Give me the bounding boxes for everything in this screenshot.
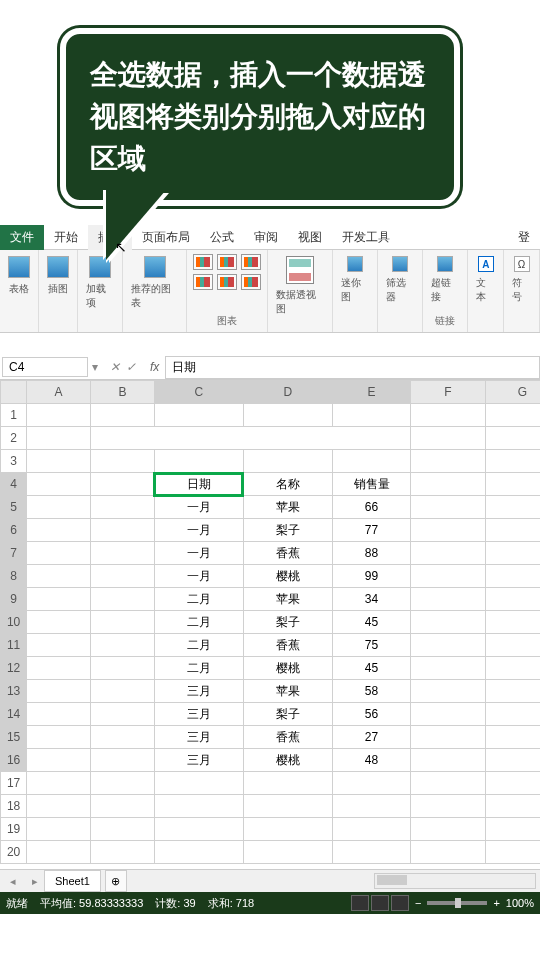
cell[interactable]: 一月 — [154, 519, 243, 542]
cell[interactable]: 销售量 — [332, 473, 411, 496]
cancel-formula-icon[interactable]: ✕ — [110, 360, 120, 374]
row-header[interactable]: 5 — [1, 496, 27, 519]
name-box[interactable]: C4 — [2, 357, 88, 377]
cell[interactable]: 梨子 — [243, 519, 332, 542]
row-header[interactable]: 11 — [1, 634, 27, 657]
cell[interactable]: 一月 — [154, 542, 243, 565]
col-header-b[interactable]: B — [91, 381, 155, 404]
cell[interactable]: 香蕉 — [243, 634, 332, 657]
chart-type-gallery[interactable] — [193, 254, 261, 290]
col-header-g[interactable]: G — [485, 381, 540, 404]
scatter-chart-icon[interactable] — [217, 274, 237, 290]
row-header[interactable]: 10 — [1, 611, 27, 634]
row-header[interactable]: 3 — [1, 450, 27, 473]
row-header[interactable]: 20 — [1, 841, 27, 864]
cell[interactable]: 三月 — [154, 703, 243, 726]
text-button[interactable]: A文本 — [474, 254, 497, 306]
cell[interactable]: 45 — [332, 611, 411, 634]
col-header-f[interactable]: F — [411, 381, 485, 404]
normal-view-icon[interactable] — [351, 895, 369, 911]
cell[interactable]: 樱桃 — [243, 749, 332, 772]
row-header[interactable]: 2 — [1, 427, 27, 450]
fx-icon[interactable]: fx — [144, 360, 165, 374]
tab-home[interactable]: 开始 — [44, 225, 88, 250]
illustrations-button[interactable]: 插图 — [45, 254, 71, 298]
cell[interactable]: 苹果 — [243, 680, 332, 703]
row-header[interactable]: 13 — [1, 680, 27, 703]
cell[interactable]: 三月 — [154, 749, 243, 772]
tab-nav-next-icon[interactable]: ▸ — [26, 875, 44, 888]
col-header-c[interactable]: C — [154, 381, 243, 404]
sheet-tab[interactable]: Sheet1 — [44, 870, 101, 892]
cell[interactable]: 66 — [332, 496, 411, 519]
row-header[interactable]: 8 — [1, 565, 27, 588]
cell[interactable]: 99 — [332, 565, 411, 588]
confirm-formula-icon[interactable]: ✓ — [126, 360, 136, 374]
col-header-d[interactable]: D — [243, 381, 332, 404]
row-header[interactable]: 15 — [1, 726, 27, 749]
row-header[interactable]: 7 — [1, 542, 27, 565]
cell[interactable]: 苹果 — [243, 496, 332, 519]
cell[interactable]: 樱桃 — [243, 657, 332, 680]
row-header[interactable]: 4 — [1, 473, 27, 496]
cell[interactable]: 二月 — [154, 634, 243, 657]
hyperlink-button[interactable]: 超链接 — [429, 254, 461, 306]
cell[interactable]: 34 — [332, 588, 411, 611]
row-header[interactable]: 18 — [1, 795, 27, 818]
cell[interactable]: 樱桃 — [243, 565, 332, 588]
cell[interactable]: 三月 — [154, 726, 243, 749]
cell[interactable]: 香蕉 — [243, 726, 332, 749]
new-sheet-button[interactable]: ⊕ — [105, 870, 127, 892]
cell[interactable]: 三月 — [154, 680, 243, 703]
tab-review[interactable]: 审阅 — [244, 225, 288, 250]
row-header[interactable]: 1 — [1, 404, 27, 427]
tab-view[interactable]: 视图 — [288, 225, 332, 250]
cell[interactable]: 58 — [332, 680, 411, 703]
row-header[interactable]: 14 — [1, 703, 27, 726]
sparklines-button[interactable]: 迷你图 — [339, 254, 371, 306]
tab-nav-prev-icon[interactable]: ◂ — [0, 875, 26, 888]
tables-button[interactable]: 表格 — [6, 254, 32, 298]
cell[interactable]: 88 — [332, 542, 411, 565]
chart-title-cell[interactable]: 会动的图表 — [91, 427, 411, 450]
cell[interactable]: 日期 — [154, 473, 243, 496]
zoom-in-icon[interactable]: + — [493, 897, 499, 909]
col-header-e[interactable]: E — [332, 381, 411, 404]
cell[interactable]: 一月 — [154, 496, 243, 519]
pie-chart-icon[interactable] — [241, 254, 261, 270]
select-all-corner[interactable] — [1, 381, 27, 404]
cell[interactable]: 梨子 — [243, 703, 332, 726]
col-header-a[interactable]: A — [27, 381, 91, 404]
symbol-button[interactable]: Ω符号 — [510, 254, 533, 306]
page-break-view-icon[interactable] — [391, 895, 409, 911]
cell[interactable]: 77 — [332, 519, 411, 542]
cell[interactable]: 48 — [332, 749, 411, 772]
cell[interactable]: 名称 — [243, 473, 332, 496]
worksheet-area[interactable]: A B C D E F G 1 2会动的图表 3 4日期名称销售量 5一月苹果6… — [0, 380, 540, 870]
row-header[interactable]: 12 — [1, 657, 27, 680]
tab-file[interactable]: 文件 — [0, 225, 44, 250]
cell[interactable]: 27 — [332, 726, 411, 749]
cell[interactable]: 56 — [332, 703, 411, 726]
cell[interactable]: 75 — [332, 634, 411, 657]
row-header[interactable]: 17 — [1, 772, 27, 795]
cell[interactable]: 二月 — [154, 657, 243, 680]
row-header[interactable]: 19 — [1, 818, 27, 841]
addins-button[interactable]: 加载项 — [84, 254, 116, 312]
row-header[interactable]: 16 — [1, 749, 27, 772]
slicer-button[interactable]: 筛选器 — [384, 254, 416, 306]
namebox-dropdown-icon[interactable]: ▾ — [88, 360, 102, 374]
row-header[interactable]: 9 — [1, 588, 27, 611]
cell[interactable]: 一月 — [154, 565, 243, 588]
formula-input[interactable]: 日期 — [165, 356, 540, 379]
line-chart-icon[interactable] — [217, 254, 237, 270]
zoom-slider[interactable] — [427, 901, 487, 905]
sign-in-link[interactable]: 登 — [508, 225, 540, 250]
page-layout-view-icon[interactable] — [371, 895, 389, 911]
view-mode-buttons[interactable] — [351, 895, 409, 911]
zoom-level[interactable]: 100% — [506, 897, 534, 909]
cell[interactable]: 二月 — [154, 611, 243, 634]
cell[interactable]: 二月 — [154, 588, 243, 611]
pivot-chart-button[interactable]: 数据透视图 — [274, 254, 325, 318]
recommended-charts-button[interactable]: 推荐的图表 — [129, 254, 180, 312]
